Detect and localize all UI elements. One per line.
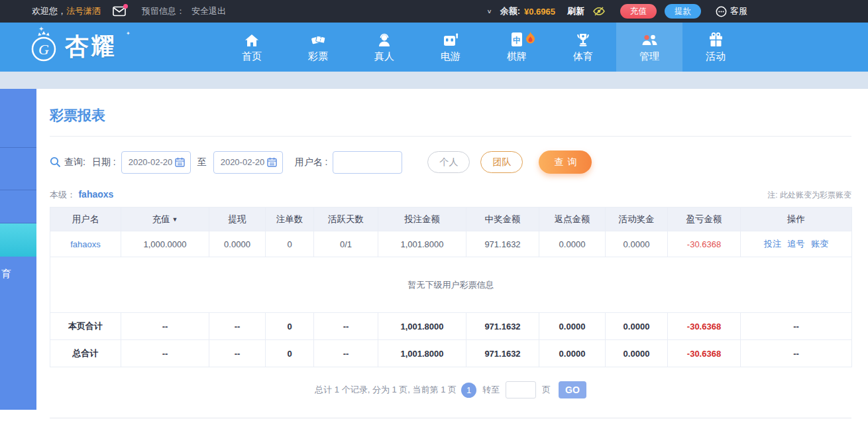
sidebar-item[interactable] [0,89,36,148]
flame-icon [525,32,535,46]
total-cell: 0 [266,313,314,340]
chase-link[interactable]: 追号 [788,239,805,249]
chat-bubble-icon [716,6,727,17]
sidebar-item[interactable] [0,190,36,223]
svg-text:G: G [38,41,49,58]
total-cell: -- [121,340,209,367]
nav-item-boardgames[interactable]: 中 棋牌 [484,23,550,72]
sort-desc-icon: ▼ [172,216,178,223]
home-icon [244,31,259,47]
calendar-icon [175,157,185,167]
level-user-link[interactable]: fahaoxs [78,189,113,200]
col-withdraw: 提现 [209,208,266,231]
live-dealer-icon [377,31,392,47]
left-sidebar: 育 [0,89,36,425]
total-cell: -- [121,313,209,340]
grand-total-label: 总合计 [50,340,121,367]
svg-text:中: 中 [513,36,521,45]
total-cell: 1,001.8000 [378,340,466,367]
nav-item-label: 管理 [639,50,659,63]
nav-item-label: 体育 [573,50,593,63]
date-to-picker[interactable]: 2020-02-20 [213,151,283,174]
customer-service-link[interactable]: 客服 [716,5,747,17]
total-cell: 0.0000 [606,340,668,367]
slot-machine-icon [443,31,459,47]
row-user-link[interactable]: fahaoxs [50,231,121,257]
mail-icon[interactable] [113,6,126,17]
page-total-row: 本页合计 -- -- 0 -- 1,001.8000 971.1632 0.00… [50,313,852,340]
cell-rebate-amount: 0.0000 [539,231,606,257]
total-cell: 971.1632 [466,340,539,367]
sidebar-item[interactable] [0,148,36,190]
trophy-icon [576,31,590,47]
sub-band [0,72,868,89]
personal-button[interactable]: 个人 [427,151,470,173]
grand-total-row: 总合计 -- -- 0 -- 1,001.8000 971.1632 0.000… [50,340,852,367]
goto-page-input[interactable] [506,381,536,398]
sidebar-item-sports[interactable]: 育 [0,257,36,292]
total-cell: 0.0000 [539,313,606,340]
col-deposit-sorted[interactable]: 充值▼ [121,208,209,231]
table-header-row: 用户名 充值▼ 提现 注单数 活跃天数 投注金额 中奖金额 返点金额 活动奖金 … [50,208,852,231]
balance-value: ¥0.6965 [524,7,555,17]
chevron-down-icon[interactable]: ∨ [487,8,492,15]
nav-item-egames[interactable]: 电游 [417,23,484,72]
total-cell: -- [209,340,266,367]
sidebar-item-label: 育 [1,268,11,280]
username-input[interactable] [333,151,402,174]
date-from-picker[interactable]: 2020-02-20 [121,151,191,174]
cell-bet-amount: 1,001.8000 [378,231,466,257]
account-change-link[interactable]: 账变 [811,239,828,249]
col-active-days: 活跃天数 [314,208,378,231]
cell-activity-bonus: 0.0000 [606,231,668,257]
page-title: 彩票报表 [50,106,851,125]
col-actions: 操作 [741,208,852,231]
eye-slash-icon[interactable] [592,6,606,17]
topbar: 欢迎您， 法号潇洒 预留信息： 安全退出 ∨ 余额: ¥0.6965 刷新 充值… [0,0,868,23]
date-label: 日期 : [92,156,116,168]
nav-item-label: 电游 [441,50,461,63]
nav-item-manage[interactable]: 管理 [616,23,682,72]
cell-profit-loss: -30.6368 [668,231,741,257]
username-link[interactable]: 法号潇洒 [66,5,101,17]
search-button[interactable]: 查询 [539,151,592,174]
nav-item-activity[interactable]: 活动 [682,23,749,72]
site-logo[interactable]: ✦ ✦ G 杏耀 [27,29,117,64]
nav-item-sports[interactable]: 体育 [550,23,616,72]
nav-item-lottery[interactable]: 彩票 [285,23,351,72]
col-activity-bonus: 活动奖金 [606,208,668,231]
sidebar-item-active[interactable] [0,223,36,257]
screen: 欢迎您， 法号潇洒 预留信息： 安全退出 ∨ 余额: ¥0.6965 刷新 充值… [0,0,868,425]
sparkle-icon: ✦ [38,25,44,32]
total-cell: -- [314,340,378,367]
withdraw-button[interactable]: 提款 [665,4,701,19]
goto-label: 转至 [482,384,500,396]
nav-item-live[interactable]: 真人 [351,23,417,72]
logo-crest-icon: G [27,29,61,64]
search-form: 查询: 日期 : 2020-02-20 至 2020-02-20 用户名 : 个… [50,151,851,174]
nav-item-home[interactable]: 首页 [219,23,285,72]
logout-link[interactable]: 安全退出 [191,5,226,17]
welcome-text: 欢迎您， [32,5,66,17]
total-cell: -- [741,340,852,367]
team-button[interactable]: 团队 [480,151,523,173]
gift-icon [708,31,724,47]
topbar-left: 欢迎您， 法号潇洒 预留信息： 安全退出 [32,5,226,17]
deposit-button[interactable]: 充值 [620,4,657,19]
col-rebate-amount: 返点金额 [539,208,606,231]
nav-item-label: 棋牌 [507,50,527,63]
total-cell: 1,001.8000 [378,313,466,340]
total-cell-profit-loss: -30.6368 [668,313,741,340]
empty-row: 暂无下级用户彩票信息 [50,257,852,313]
customer-service-label: 客服 [730,5,747,17]
mahjong-tile-icon: 中 [511,31,523,47]
refresh-balance-link[interactable]: 刷新 [567,5,584,17]
page-number-button[interactable]: 1 [461,383,476,398]
level-row: 本级： fahaoxs 注: 此处账变为彩票账变 [50,188,851,201]
calendar-icon [267,157,277,167]
cell-bet-count: 0 [266,231,314,257]
topbar-right: ∨ 余额: ¥0.6965 刷新 充值 提款 客服 [487,4,747,19]
bet-link[interactable]: 投注 [764,239,781,249]
go-button[interactable]: GO [559,381,586,398]
total-cell: 0.0000 [539,340,606,367]
